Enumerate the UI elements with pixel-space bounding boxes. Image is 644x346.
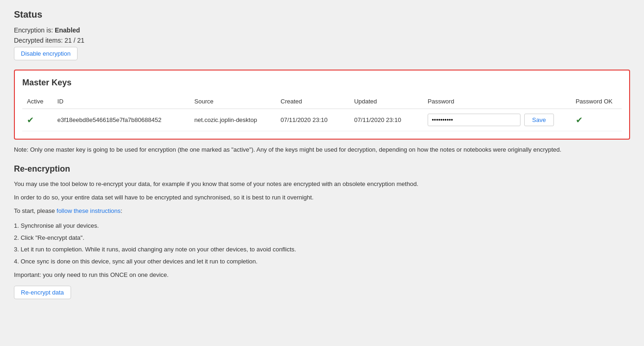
reencrypt-title: Re-encryption: [14, 164, 630, 174]
reencrypt-desc3-prefix: To start, please: [14, 207, 57, 214]
col-header-updated: Updated: [350, 94, 423, 109]
list-item: 2. Click "Re-encrypt data".: [14, 232, 630, 243]
decrypted-label: Decrypted items:: [14, 37, 63, 44]
col-header-password-ok: Password OK: [571, 94, 622, 109]
list-item: 4. Once sync is done on this device, syn…: [14, 256, 630, 267]
master-keys-section: Master Keys Active ID Source Created Upd…: [14, 70, 630, 140]
reencrypt-section: Re-encryption You may use the tool below…: [14, 164, 630, 299]
table-header-row: Active ID Source Created Updated Passwor…: [22, 94, 622, 109]
decrypted-value: 21 / 21: [65, 37, 85, 44]
col-header-active: Active: [22, 94, 53, 109]
reencrypt-desc2: In order to do so, your entire data set …: [14, 193, 630, 203]
save-password-button[interactable]: Save: [524, 114, 554, 126]
reencrypt-desc1: You may use the tool below to re-encrypt…: [14, 179, 630, 189]
reencrypt-important: Important: you only need to run this ONC…: [14, 271, 630, 278]
encryption-status: Encryption is: Enabled: [14, 26, 630, 34]
master-keys-title: Master Keys: [22, 78, 622, 88]
password-ok-checkmark-icon: ✔: [576, 115, 583, 125]
cell-id: e3f18eebd8e5466185e7fa7b80688452: [53, 109, 190, 131]
col-header-id: ID: [53, 94, 190, 109]
master-keys-note: Note: Only one master key is going to be…: [14, 146, 630, 153]
decrypted-items: Decrypted items: 21 / 21: [14, 37, 630, 44]
note-text-content: Note: Only one master key is going to be…: [14, 146, 561, 153]
follow-instructions-link[interactable]: follow these instructions: [57, 207, 121, 214]
cell-source: net.cozic.joplin-desktop: [190, 109, 276, 131]
cell-password-ok: ✔: [571, 109, 622, 131]
reencrypt-list: 1. Synchronise all your devices.2. Click…: [14, 220, 630, 267]
list-item: 3. Let it run to completion. While it ru…: [14, 244, 630, 255]
encryption-value: Enabled: [55, 26, 80, 34]
table-row: ✔e3f18eebd8e5466185e7fa7b80688452net.coz…: [22, 109, 622, 131]
col-header-source: Source: [190, 94, 276, 109]
password-input[interactable]: [428, 114, 520, 126]
master-keys-table: Active ID Source Created Updated Passwor…: [22, 94, 622, 131]
disable-encryption-button[interactable]: Disable encryption: [14, 47, 78, 60]
cell-updated: 07/11/2020 23:10: [350, 109, 423, 131]
col-header-password: Password: [423, 94, 571, 109]
status-title: Status: [14, 9, 630, 20]
active-checkmark-icon: ✔: [27, 115, 34, 125]
reencrypt-desc3-suffix: :: [121, 207, 123, 214]
cell-password[interactable]: Save: [423, 109, 571, 131]
cell-created: 07/11/2020 23:10: [276, 109, 349, 131]
cell-active: ✔: [22, 109, 53, 131]
encryption-label: Encryption is:: [14, 26, 53, 34]
reencrypt-button[interactable]: Re-encrypt data: [14, 286, 71, 299]
status-section: Status Encryption is: Enabled Decrypted …: [14, 9, 630, 60]
list-item: 1. Synchronise all your devices.: [14, 220, 630, 231]
reencrypt-desc3: To start, please follow these instructio…: [14, 206, 630, 216]
col-header-created: Created: [276, 94, 349, 109]
